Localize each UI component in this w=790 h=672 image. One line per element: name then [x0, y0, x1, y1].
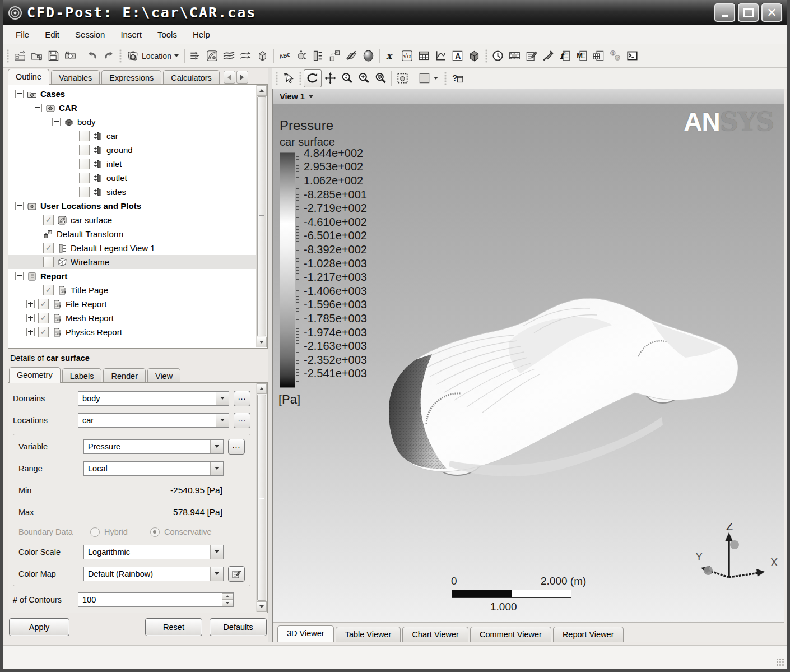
viewport-layout-icon[interactable]	[394, 70, 411, 87]
chart-icon[interactable]	[433, 48, 449, 64]
visibility-checkbox[interactable]	[79, 173, 90, 183]
view-dropdown-icon[interactable]	[309, 95, 313, 98]
visibility-checkbox[interactable]	[43, 285, 54, 295]
background-color-button[interactable]	[416, 70, 433, 87]
chevron-down-icon[interactable]	[210, 440, 223, 453]
contour-icon[interactable]	[204, 48, 221, 64]
contours-stepper[interactable]: 100	[78, 592, 234, 607]
tree-item-physics-report[interactable]: Physics Report	[8, 325, 267, 339]
zoom-box-tool-icon[interactable]	[355, 70, 372, 87]
view-selector[interactable]: View 1	[280, 92, 305, 101]
menu-edit[interactable]: Edit	[37, 30, 67, 39]
undo-icon[interactable]	[83, 48, 100, 64]
visibility-checkbox[interactable]	[79, 145, 90, 155]
comment-icon[interactable]	[449, 48, 466, 64]
tree-item-car-case[interactable]: CAR	[8, 101, 267, 115]
panel-splitter[interactable]	[268, 68, 272, 642]
coordinate-frame-icon[interactable]	[293, 48, 310, 64]
tab-labels[interactable]: Labels	[62, 368, 102, 383]
tab-3d-viewer[interactable]: 3D Viewer	[277, 625, 334, 642]
probe-icon[interactable]	[540, 48, 557, 64]
reset-button[interactable]: Reset	[145, 618, 202, 636]
tree-item-default-transform[interactable]: Default Transform	[8, 227, 267, 241]
save-state-icon[interactable]	[45, 48, 62, 64]
defaults-button[interactable]: Defaults	[210, 618, 267, 636]
resize-grip[interactable]	[776, 658, 785, 667]
tab-table-viewer[interactable]: Table Viewer	[336, 627, 401, 642]
expand-icon[interactable]	[26, 314, 35, 322]
domains-select[interactable]: body	[78, 391, 229, 406]
expression-icon[interactable]	[399, 48, 416, 64]
menu-help[interactable]: Help	[185, 30, 218, 39]
tree-item-inlet[interactable]: inlet	[8, 157, 267, 171]
tree-item-mesh-report[interactable]: Mesh Report	[8, 311, 267, 325]
text-icon[interactable]	[276, 48, 293, 64]
zoom-tool-icon[interactable]	[338, 70, 355, 87]
help-icon[interactable]	[449, 70, 466, 87]
tree-item-cases[interactable]: Cases	[8, 87, 267, 101]
tab-expressions[interactable]: Expressions	[101, 70, 161, 85]
variable-more-button[interactable]: ...	[228, 439, 245, 455]
collapse-icon[interactable]	[34, 104, 42, 112]
location-dropdown-button[interactable]: Location	[124, 49, 182, 63]
color-scale-select[interactable]: Logarithmic	[83, 545, 224, 559]
tree-item-report[interactable]: Report	[8, 269, 267, 283]
collapse-icon[interactable]	[15, 202, 24, 210]
visibility-checkbox[interactable]	[38, 313, 49, 323]
color-map-edit-button[interactable]	[228, 566, 245, 582]
tree-item-title-page[interactable]: Title Page	[8, 283, 267, 297]
command-editor-icon[interactable]	[624, 48, 641, 64]
volume-rendering-icon[interactable]	[254, 48, 271, 64]
load-results-icon[interactable]	[11, 48, 28, 64]
tab-render[interactable]: Render	[103, 368, 146, 383]
tab-geometry[interactable]: Geometry	[9, 367, 61, 383]
tabs-scroll-left-icon[interactable]	[224, 71, 235, 84]
tab-outline[interactable]: Outline	[8, 69, 49, 85]
chevron-down-icon[interactable]	[216, 414, 229, 427]
expand-icon[interactable]	[26, 328, 35, 336]
case-comparison-icon[interactable]	[607, 48, 624, 64]
tree-item-file-report[interactable]: File Report	[8, 297, 267, 311]
viewport-3d[interactable]: Pressure car surface 4.844e+002 2.953e+0…	[273, 104, 784, 622]
background-color-dropdown-icon[interactable]	[434, 77, 438, 80]
tab-variables[interactable]: Variables	[51, 70, 100, 85]
menu-tools[interactable]: Tools	[150, 30, 185, 39]
tree-item-default-legend[interactable]: Default Legend View 1	[8, 241, 267, 255]
streamline-icon[interactable]	[221, 48, 238, 64]
instance-transform-icon[interactable]	[327, 48, 343, 64]
rotate-tool-icon[interactable]	[304, 69, 322, 87]
pan-tool-icon[interactable]	[322, 70, 338, 87]
tree-item-user-locations[interactable]: User Locations and Plots	[8, 199, 267, 213]
scroll-down-icon[interactable]	[257, 337, 267, 347]
minimize-button[interactable]	[714, 3, 735, 22]
spin-up-icon[interactable]	[222, 593, 233, 600]
tree-item-outlet[interactable]: outlet	[8, 171, 267, 185]
particle-track-icon[interactable]	[238, 48, 254, 64]
chevron-down-icon[interactable]	[216, 392, 229, 405]
tabs-scroll-right-icon[interactable]	[236, 71, 248, 84]
range-select[interactable]: Local	[83, 461, 224, 476]
tree-item-body[interactable]: body	[8, 115, 267, 129]
close-button[interactable]: ✕	[761, 3, 782, 22]
select-tool-icon[interactable]	[280, 70, 297, 87]
variable-select[interactable]: Pressure	[83, 439, 224, 454]
maximize-button[interactable]	[738, 3, 759, 22]
visibility-checkbox[interactable]	[38, 327, 49, 337]
apply-button[interactable]: Apply	[9, 618, 69, 636]
hybrid-radio[interactable]	[90, 527, 100, 537]
spin-down-icon[interactable]	[222, 600, 233, 606]
clip-plane-icon[interactable]	[343, 48, 360, 64]
function-calculator-icon[interactable]	[557, 48, 574, 64]
menu-insert[interactable]: Insert	[113, 30, 150, 39]
redo-icon[interactable]	[100, 48, 117, 64]
macro-calculator-icon[interactable]	[574, 48, 591, 64]
domains-more-button[interactable]: ...	[234, 391, 250, 406]
tab-calculators[interactable]: Calculators	[163, 70, 220, 85]
legend-icon[interactable]	[310, 48, 327, 64]
tree-item-car-surface[interactable]: car surface	[8, 213, 267, 227]
scroll-up-icon[interactable]	[257, 383, 267, 394]
load-state-icon[interactable]	[28, 48, 45, 64]
tab-chart-viewer[interactable]: Chart Viewer	[402, 627, 468, 642]
visibility-checkbox[interactable]	[43, 243, 54, 253]
scroll-down-icon[interactable]	[257, 601, 267, 612]
